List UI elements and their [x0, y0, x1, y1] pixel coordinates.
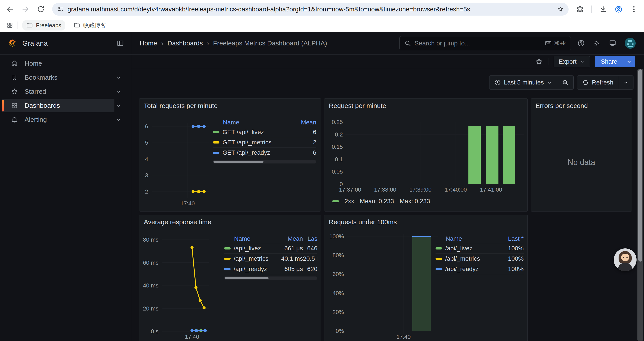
main-area: Home › Dashboards › Freeleaps Metrics Da… [131, 32, 644, 341]
bookmark-star-icon[interactable] [557, 6, 563, 12]
url-text[interactable]: grafana.mathmast.com/d/deytv4rwavabkb/fr… [68, 6, 553, 13]
svg-text:0.05: 0.05 [332, 168, 343, 175]
share-dropdown-button[interactable] [623, 56, 635, 67]
svg-text:40%: 40% [332, 290, 344, 296]
legend-column-header[interactable]: Mean [273, 235, 303, 242]
screen: grafana.mathmast.com/d/deytv4rwavabkb/fr… [0, 0, 644, 341]
legend-column-header[interactable]: Name [224, 235, 273, 242]
chevron-down-icon[interactable] [116, 117, 122, 122]
search-icon [404, 40, 411, 47]
bookmark-label: Freeleaps [36, 22, 62, 29]
page-scrollbar[interactable] [638, 69, 643, 340]
forward-icon[interactable] [22, 5, 29, 13]
legend-scrollbar[interactable] [213, 160, 316, 163]
help-icon[interactable] [577, 40, 585, 47]
legend-row: GET /api/_readyz6 [213, 148, 316, 158]
series-name[interactable]: GET /api/_readyz [222, 149, 270, 156]
reload-icon[interactable] [37, 5, 45, 13]
panel-requests-under-100ms[interactable]: Requests under 100ms 100%80%60%40%20%0%1… [324, 215, 528, 341]
series-name[interactable]: /api/_metrics [234, 255, 268, 262]
legend-header: NameMean [213, 118, 316, 127]
legend-scrollbar[interactable] [224, 276, 318, 280]
legend-column-header[interactable]: Las [303, 235, 318, 242]
sidebar-item-home[interactable]: Home [0, 56, 131, 71]
breadcrumb-home[interactable]: Home [140, 40, 157, 47]
favorite-star-icon[interactable] [535, 58, 543, 65]
apps-grid-icon[interactable] [6, 22, 13, 29]
svg-text:17:40:00: 17:40:00 [444, 186, 467, 193]
monitor-icon[interactable] [609, 40, 616, 47]
bookmark-folder-blogs[interactable]: 收藏博客 [70, 20, 110, 31]
chevron-down-icon[interactable] [116, 103, 122, 108]
panel-average-response-time[interactable]: Average response time 80 ms60 ms40 ms20 … [139, 215, 321, 341]
svg-text:20%: 20% [332, 309, 344, 315]
time-range-label: Last 5 minutes [504, 79, 544, 86]
legend-value: 6 [292, 149, 316, 156]
share-button[interactable]: Share [595, 56, 623, 67]
dashboard-content: Last 5 minutes Refresh [131, 69, 644, 341]
sidebar-item-dashboards[interactable]: Dashboards [0, 99, 131, 113]
panel-title: Request per minute [329, 102, 386, 110]
export-label: Export [559, 58, 576, 65]
dock-menu-icon[interactable] [116, 40, 124, 47]
panel-errors-per-second[interactable]: Errors per second No data [531, 98, 632, 212]
series-name[interactable]: /api/_livez [234, 245, 261, 252]
legend-mean: Mean: 0.233 [360, 198, 394, 205]
zoom-out-button[interactable] [557, 76, 574, 89]
legend-scrollbar-thumb[interactable] [214, 161, 264, 163]
series-color-chip [224, 247, 230, 249]
series-name[interactable]: GET /api/_metrics [222, 139, 272, 146]
series-name[interactable]: /api/_readyz [234, 265, 267, 272]
refresh-interval-dropdown[interactable] [618, 76, 633, 89]
panel-request-per-minute[interactable]: Request per minute 0.250.20.150.10.05017… [324, 98, 528, 212]
refresh-button[interactable]: Refresh [577, 76, 618, 89]
star-icon [11, 88, 18, 95]
series-name[interactable]: 2xx [344, 198, 354, 205]
legend-column-header[interactable]: Mean [292, 119, 316, 126]
floating-assistant-avatar[interactable] [614, 248, 636, 271]
user-avatar[interactable] [625, 38, 636, 49]
sidebar-item-alerting[interactable]: Alerting [0, 113, 131, 127]
legend-column-header[interactable]: Name [213, 119, 292, 126]
back-icon[interactable] [6, 5, 14, 13]
site-settings-icon[interactable] [58, 6, 64, 12]
series-name[interactable]: /api/_readyz [445, 265, 479, 272]
sidebar-item-bookmarks[interactable]: Bookmarks [0, 71, 131, 85]
chevron-down-icon[interactable] [116, 75, 122, 80]
sidebar-item-label: Starred [24, 88, 46, 95]
legend-row: 2xx Mean: 0.233 Max: 0.233 [332, 198, 430, 205]
panel-total-requests-per-minute[interactable]: Total requests per minute 6543217:40 Nam… [139, 98, 321, 212]
sidebar-item-starred[interactable]: Starred [0, 85, 131, 99]
svg-text:40 ms: 40 ms [143, 282, 158, 289]
extensions-icon[interactable] [576, 5, 584, 13]
bookmark-folder-freeleaps[interactable]: Freeleaps [22, 20, 65, 31]
bookmarks-bar: Freeleaps 收藏博客 [0, 19, 644, 32]
sidebar-header: Grafana [0, 32, 131, 55]
legend-table: NameLast */api/_livez100%/api/_metrics10… [436, 234, 524, 274]
legend-scrollbar-thumb[interactable] [225, 277, 268, 279]
sidebar-item-label: Bookmarks [24, 74, 58, 81]
news-rss-icon[interactable] [593, 40, 600, 47]
series-color-chip [332, 200, 339, 202]
series-name[interactable]: GET /api/_livez [222, 129, 264, 136]
bookmark-icon [11, 74, 18, 81]
grafana-logo-icon[interactable] [7, 38, 17, 48]
legend-row: /api/_livez661 µs646 [224, 243, 318, 254]
series-name[interactable]: /api/_livez [445, 245, 472, 252]
legend-column-header[interactable]: Name [436, 235, 497, 242]
page-scrollbar-thumb[interactable] [638, 69, 642, 261]
profile-icon[interactable] [615, 5, 622, 13]
address-bar[interactable]: grafana.mathmast.com/d/deytv4rwavabkb/fr… [52, 3, 568, 16]
legend-row: /api/_readyz100% [436, 264, 524, 274]
chevron-down-icon[interactable] [116, 89, 122, 94]
export-button[interactable]: Export [554, 56, 590, 67]
series-name[interactable]: /api/_metrics [445, 255, 480, 262]
time-range-picker[interactable]: Last 5 minutes [490, 76, 557, 89]
browser-toolbar: grafana.mathmast.com/d/deytv4rwavabkb/fr… [0, 0, 644, 19]
download-icon[interactable] [599, 5, 607, 13]
search-input[interactable]: Search or jump to... ⌘+k [400, 36, 571, 50]
series-color-chip [436, 268, 442, 270]
legend-column-header[interactable]: Last * [497, 235, 524, 242]
breadcrumb-dashboards[interactable]: Dashboards [168, 40, 203, 47]
menu-kebab-icon[interactable] [630, 5, 638, 13]
